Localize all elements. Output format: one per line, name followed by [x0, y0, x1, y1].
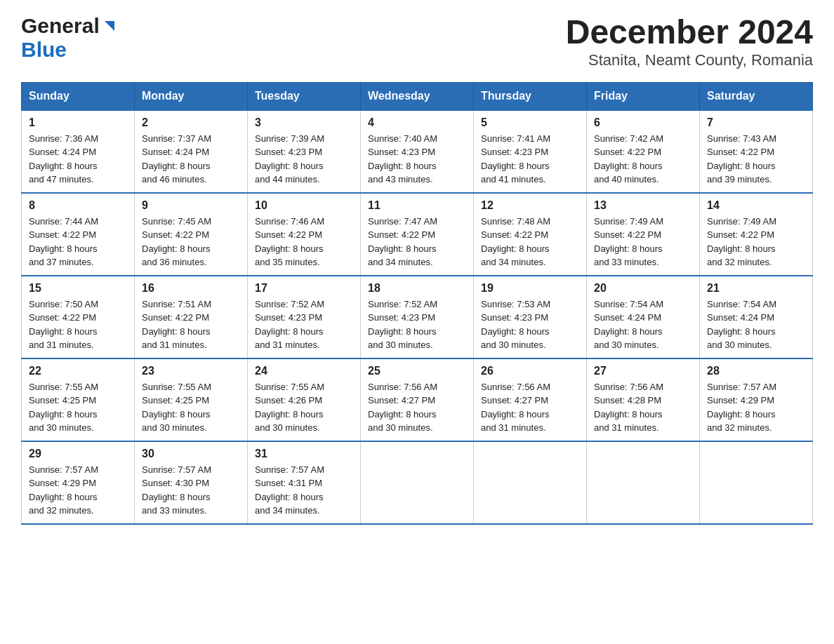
day-info: Sunrise: 7:43 AMSunset: 4:22 PMDaylight:…: [707, 132, 805, 187]
day-info: Sunrise: 7:57 AMSunset: 4:29 PMDaylight:…: [29, 463, 127, 518]
day-number: 11: [368, 199, 466, 212]
day-number: 27: [594, 365, 692, 377]
day-info: Sunrise: 7:36 AMSunset: 4:24 PMDaylight:…: [29, 132, 127, 187]
calendar-cell: 22Sunrise: 7:55 AMSunset: 4:25 PMDayligh…: [22, 358, 135, 441]
day-info: Sunrise: 7:56 AMSunset: 4:27 PMDaylight:…: [368, 380, 466, 435]
calendar-cell: 31Sunrise: 7:57 AMSunset: 4:31 PMDayligh…: [248, 441, 361, 524]
day-number: 19: [481, 282, 579, 295]
day-number: 17: [255, 282, 353, 295]
day-number: 29: [29, 448, 127, 460]
calendar-cell: 20Sunrise: 7:54 AMSunset: 4:24 PMDayligh…: [587, 276, 700, 358]
calendar-cell: 14Sunrise: 7:49 AMSunset: 4:22 PMDayligh…: [700, 193, 813, 276]
logo-general-text: General: [21, 14, 100, 38]
calendar-cell: 19Sunrise: 7:53 AMSunset: 4:23 PMDayligh…: [474, 276, 587, 358]
day-info: Sunrise: 7:45 AMSunset: 4:22 PMDaylight:…: [142, 215, 240, 269]
day-header-sunday: Sunday: [22, 82, 135, 110]
page-subtitle: Stanita, Neamt County, Romania: [566, 51, 813, 69]
day-number: 24: [255, 365, 353, 377]
day-number: 3: [255, 116, 353, 129]
calendar-cell: 26Sunrise: 7:56 AMSunset: 4:27 PMDayligh…: [474, 358, 587, 441]
calendar-cell: 6Sunrise: 7:42 AMSunset: 4:22 PMDaylight…: [587, 110, 700, 193]
day-number: 22: [29, 365, 127, 377]
calendar-cell: 18Sunrise: 7:52 AMSunset: 4:23 PMDayligh…: [361, 276, 474, 358]
day-number: 1: [29, 116, 127, 129]
calendar-cell: 9Sunrise: 7:45 AMSunset: 4:22 PMDaylight…: [135, 193, 248, 276]
day-header-tuesday: Tuesday: [248, 82, 361, 110]
day-number: 8: [29, 199, 127, 212]
page-title: December 2024: [566, 14, 813, 51]
day-info: Sunrise: 7:53 AMSunset: 4:23 PMDaylight:…: [481, 297, 579, 352]
day-number: 5: [481, 116, 579, 129]
day-info: Sunrise: 7:49 AMSunset: 4:22 PMDaylight:…: [594, 215, 692, 269]
week-row-3: 15Sunrise: 7:50 AMSunset: 4:22 PMDayligh…: [22, 276, 813, 358]
day-info: Sunrise: 7:52 AMSunset: 4:23 PMDaylight:…: [255, 297, 353, 352]
day-info: Sunrise: 7:54 AMSunset: 4:24 PMDaylight:…: [594, 297, 692, 352]
day-info: Sunrise: 7:49 AMSunset: 4:22 PMDaylight:…: [707, 215, 805, 269]
calendar-cell: [474, 441, 587, 524]
day-info: Sunrise: 7:50 AMSunset: 4:22 PMDaylight:…: [29, 297, 127, 352]
day-info: Sunrise: 7:56 AMSunset: 4:28 PMDaylight:…: [594, 380, 692, 435]
day-info: Sunrise: 7:56 AMSunset: 4:27 PMDaylight:…: [481, 380, 579, 435]
calendar-cell: 5Sunrise: 7:41 AMSunset: 4:23 PMDaylight…: [474, 110, 587, 193]
day-info: Sunrise: 7:55 AMSunset: 4:25 PMDaylight:…: [142, 380, 240, 435]
day-number: 6: [594, 116, 692, 129]
calendar-cell: 25Sunrise: 7:56 AMSunset: 4:27 PMDayligh…: [361, 358, 474, 441]
calendar-cell: 30Sunrise: 7:57 AMSunset: 4:30 PMDayligh…: [135, 441, 248, 524]
logo: General Blue: [21, 14, 117, 62]
title-block: December 2024 Stanita, Neamt County, Rom…: [566, 14, 813, 69]
week-row-5: 29Sunrise: 7:57 AMSunset: 4:29 PMDayligh…: [22, 441, 813, 524]
calendar-cell: 3Sunrise: 7:39 AMSunset: 4:23 PMDaylight…: [248, 110, 361, 193]
calendar-cell: 2Sunrise: 7:37 AMSunset: 4:24 PMDaylight…: [135, 110, 248, 193]
day-number: 16: [142, 282, 240, 295]
day-header-saturday: Saturday: [700, 82, 813, 110]
day-info: Sunrise: 7:51 AMSunset: 4:22 PMDaylight:…: [142, 297, 240, 352]
day-info: Sunrise: 7:46 AMSunset: 4:22 PMDaylight:…: [255, 215, 353, 269]
calendar-cell: [361, 441, 474, 524]
day-info: Sunrise: 7:48 AMSunset: 4:22 PMDaylight:…: [481, 215, 579, 269]
day-info: Sunrise: 7:55 AMSunset: 4:26 PMDaylight:…: [255, 380, 353, 435]
day-info: Sunrise: 7:41 AMSunset: 4:23 PMDaylight:…: [481, 132, 579, 187]
day-info: Sunrise: 7:37 AMSunset: 4:24 PMDaylight:…: [142, 132, 240, 187]
calendar-cell: 17Sunrise: 7:52 AMSunset: 4:23 PMDayligh…: [248, 276, 361, 358]
day-number: 15: [29, 282, 127, 295]
day-number: 4: [368, 116, 466, 129]
calendar-cell: 4Sunrise: 7:40 AMSunset: 4:23 PMDaylight…: [361, 110, 474, 193]
day-info: Sunrise: 7:42 AMSunset: 4:22 PMDaylight:…: [594, 132, 692, 187]
calendar-cell: 7Sunrise: 7:43 AMSunset: 4:22 PMDaylight…: [700, 110, 813, 193]
day-number: 26: [481, 365, 579, 377]
week-row-1: 1Sunrise: 7:36 AMSunset: 4:24 PMDaylight…: [22, 110, 813, 193]
calendar-cell: [700, 441, 813, 524]
day-number: 2: [142, 116, 240, 129]
day-number: 14: [707, 199, 805, 212]
day-number: 23: [142, 365, 240, 377]
day-number: 9: [142, 199, 240, 212]
page-header: General Blue December 2024 Stanita, Neam…: [21, 14, 813, 69]
calendar-cell: 1Sunrise: 7:36 AMSunset: 4:24 PMDaylight…: [22, 110, 135, 193]
calendar-cell: 11Sunrise: 7:47 AMSunset: 4:22 PMDayligh…: [361, 193, 474, 276]
day-number: 7: [707, 116, 805, 129]
day-info: Sunrise: 7:44 AMSunset: 4:22 PMDaylight:…: [29, 215, 127, 269]
calendar-cell: 24Sunrise: 7:55 AMSunset: 4:26 PMDayligh…: [248, 358, 361, 441]
day-info: Sunrise: 7:55 AMSunset: 4:25 PMDaylight:…: [29, 380, 127, 435]
day-number: 21: [707, 282, 805, 295]
day-info: Sunrise: 7:47 AMSunset: 4:22 PMDaylight:…: [368, 215, 466, 269]
calendar-cell: 21Sunrise: 7:54 AMSunset: 4:24 PMDayligh…: [700, 276, 813, 358]
day-number: 18: [368, 282, 466, 295]
day-header-wednesday: Wednesday: [361, 82, 474, 110]
day-number: 20: [594, 282, 692, 295]
day-header-monday: Monday: [135, 82, 248, 110]
calendar-cell: 27Sunrise: 7:56 AMSunset: 4:28 PMDayligh…: [587, 358, 700, 441]
calendar-cell: 13Sunrise: 7:49 AMSunset: 4:22 PMDayligh…: [587, 193, 700, 276]
week-row-2: 8Sunrise: 7:44 AMSunset: 4:22 PMDaylight…: [22, 193, 813, 276]
day-info: Sunrise: 7:57 AMSunset: 4:30 PMDaylight:…: [142, 463, 240, 518]
day-info: Sunrise: 7:57 AMSunset: 4:29 PMDaylight:…: [707, 380, 805, 435]
calendar-cell: 10Sunrise: 7:46 AMSunset: 4:22 PMDayligh…: [248, 193, 361, 276]
day-info: Sunrise: 7:54 AMSunset: 4:24 PMDaylight:…: [707, 297, 805, 352]
calendar-cell: 23Sunrise: 7:55 AMSunset: 4:25 PMDayligh…: [135, 358, 248, 441]
day-info: Sunrise: 7:57 AMSunset: 4:31 PMDaylight:…: [255, 463, 353, 518]
day-header-thursday: Thursday: [474, 82, 587, 110]
calendar-cell: 12Sunrise: 7:48 AMSunset: 4:22 PMDayligh…: [474, 193, 587, 276]
logo-blue-text: Blue: [21, 38, 67, 61]
day-info: Sunrise: 7:39 AMSunset: 4:23 PMDaylight:…: [255, 132, 353, 187]
calendar-header-row: SundayMondayTuesdayWednesdayThursdayFrid…: [22, 82, 813, 110]
